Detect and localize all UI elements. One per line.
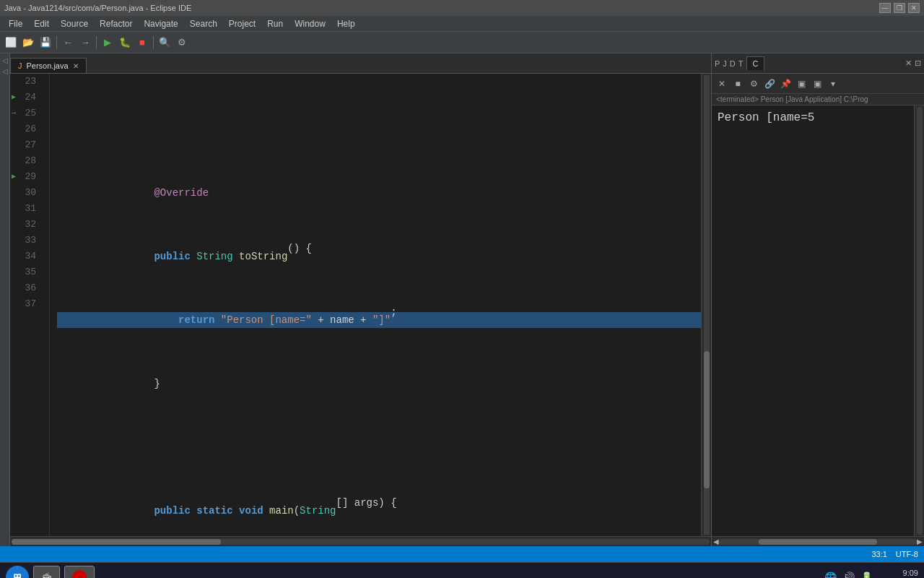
close-button[interactable]: ✕ <box>908 3 920 13</box>
toolbar-stop[interactable]: ■ <box>134 35 150 51</box>
line-num-31: 31 <box>10 201 42 217</box>
console-h-scrollbar[interactable]: ◀ ▶ <box>712 536 924 546</box>
code-line-29: public static void main(String[] args) { <box>57 503 701 519</box>
toolbar-save[interactable]: 💾 <box>38 35 53 51</box>
tab-person-java[interactable]: J Person.java ✕ <box>10 58 87 73</box>
line-num-27: 27 <box>10 137 42 153</box>
code-line-25: public String toString() { <box>57 249 701 264</box>
console-window2[interactable]: ▣ <box>810 77 824 91</box>
menu-search[interactable]: Search <box>184 17 223 30</box>
keyword-void: void <box>239 503 263 519</box>
line-num-23: 23 <box>10 74 42 90</box>
toolbar-open[interactable]: 📂 <box>20 35 36 51</box>
scroll-right-arrow[interactable]: ▶ <box>917 538 923 545</box>
scrollbar-track[interactable] <box>704 75 710 535</box>
console-tab-p[interactable]: P <box>715 59 720 68</box>
toolbar-settings[interactable]: ⚙ <box>174 35 190 51</box>
line-numbers: 23 24 25 26 27 28 29 30 31 32 33 34 35 3… <box>10 74 50 536</box>
line-num-34: 34 <box>10 249 42 264</box>
console-scroll-track-h[interactable] <box>719 539 917 545</box>
console-tab-t[interactable]: T <box>738 59 744 68</box>
tab-label: Person.java <box>27 61 69 70</box>
keyword-return: return <box>178 312 214 328</box>
start-button[interactable]: ⊞ <box>6 566 29 579</box>
console-tab-bar: P J D T C ✕ ⊡ <box>712 53 924 74</box>
taskbar-network-icon: 🌐 <box>824 571 837 579</box>
console-link[interactable]: 🔗 <box>762 77 777 91</box>
code-lines[interactable]: @Override public String toString() { ret… <box>50 74 701 536</box>
taskbar-app-eclipse[interactable]: ☕ <box>33 566 60 579</box>
line-num-24: 24 <box>10 90 42 105</box>
menu-source[interactable]: Source <box>55 17 94 30</box>
menu-help[interactable]: Help <box>331 17 361 30</box>
console-status-text: <terminated> Person [Java Application] C… <box>716 95 868 103</box>
string-bracket: "]" <box>372 312 391 328</box>
console-scroll-thumb-h[interactable] <box>759 539 877 545</box>
toolbar-back[interactable]: ← <box>60 35 76 51</box>
menu-run[interactable]: Run <box>261 17 289 30</box>
type-string-25: String <box>196 249 232 264</box>
console-status: <terminated> Person [Java Application] C… <box>712 94 924 105</box>
toolbar-search[interactable]: 🔍 <box>157 35 173 51</box>
type-string-29: String <box>300 503 336 519</box>
h-scrollbar-track[interactable] <box>12 539 710 545</box>
toolbar-new[interactable]: ⬜ <box>3 35 19 51</box>
line-num-26: 26 <box>10 121 42 137</box>
toolbar-separator-2 <box>96 36 97 49</box>
menu-file[interactable]: File <box>3 17 28 30</box>
title-bar: Java - Java1214/src/com/a/Person.java - … <box>0 0 924 16</box>
console-scroll-track[interactable] <box>917 107 923 535</box>
console-clear[interactable]: ✕ <box>715 77 729 91</box>
maximize-button[interactable]: ❐ <box>894 3 905 13</box>
menu-refactor[interactable]: Refactor <box>94 17 138 30</box>
toolbar-debug[interactable]: 🐛 <box>117 35 133 51</box>
menu-edit[interactable]: Edit <box>28 17 55 30</box>
h-scrollbar-thumb[interactable] <box>12 539 221 545</box>
taskbar-app-circle[interactable] <box>64 566 95 579</box>
tab-close-button[interactable]: ✕ <box>73 62 79 70</box>
menu-bar: File Edit Source Refactor Navigate Searc… <box>0 16 924 32</box>
console-tab-close[interactable]: ✕ <box>905 59 912 68</box>
line-num-30: 30 <box>10 185 42 201</box>
editor-vertical-scrollbar[interactable] <box>701 74 711 536</box>
console-stop[interactable]: ■ <box>731 77 745 91</box>
minimize-button[interactable]: — <box>879 3 891 13</box>
keyword-public-29: public <box>154 503 190 519</box>
line-num-28: 28 <box>10 153 42 169</box>
console-pin[interactable]: 📌 <box>778 77 793 91</box>
line-num-35: 35 <box>10 264 42 280</box>
console-toolbar: ✕ ■ ⚙ 🔗 📌 ▣ ▣ ▾ <box>712 74 924 94</box>
code-line-27: } <box>57 376 701 392</box>
window-controls[interactable]: — ❐ ✕ <box>879 3 920 13</box>
console-output-text: Person [name=5 <box>718 111 814 124</box>
console-tab-j[interactable]: J <box>723 59 727 68</box>
line-num-36: 36 <box>10 280 42 296</box>
console-more[interactable]: ▾ <box>826 77 840 91</box>
menu-window[interactable]: Window <box>289 17 331 30</box>
console-window1[interactable]: ▣ <box>794 77 808 91</box>
scrollbar-thumb[interactable] <box>704 351 710 489</box>
toolbar-forward[interactable]: → <box>77 35 93 51</box>
code-line-26: return "Person [name=" + name + "]"; <box>57 312 701 328</box>
taskbar-volume-icon: 🔊 <box>842 571 855 579</box>
console-tab-d[interactable]: D <box>730 59 736 68</box>
code-line-28 <box>57 439 701 455</box>
scroll-left-arrow[interactable]: ◀ <box>713 538 719 545</box>
string-person-name: "Person [name=" <box>221 312 312 328</box>
console-settings[interactable]: ⚙ <box>746 77 761 91</box>
menu-project[interactable]: Project <box>223 17 261 30</box>
status-position: 33:1 <box>871 550 886 558</box>
line-num-29: 29 <box>10 169 42 185</box>
console-scrollbar[interactable] <box>914 105 924 536</box>
editor-horizontal-scrollbar[interactable] <box>10 536 711 546</box>
code-container[interactable]: 23 24 25 26 27 28 29 30 31 32 33 34 35 3… <box>10 74 701 536</box>
taskbar-time: 9:09 <box>879 569 918 577</box>
method-tostring: toString <box>239 249 287 264</box>
console-tab-maximize[interactable]: ⊡ <box>915 59 921 68</box>
annotation-override: @Override <box>154 185 209 201</box>
toolbar-run[interactable]: ▶ <box>100 35 116 51</box>
console-output: Person [name=5 <box>712 105 914 536</box>
console-tab-c[interactable]: C <box>746 56 765 70</box>
menu-navigate[interactable]: Navigate <box>138 17 183 30</box>
taskbar-circle-icon <box>72 570 87 579</box>
